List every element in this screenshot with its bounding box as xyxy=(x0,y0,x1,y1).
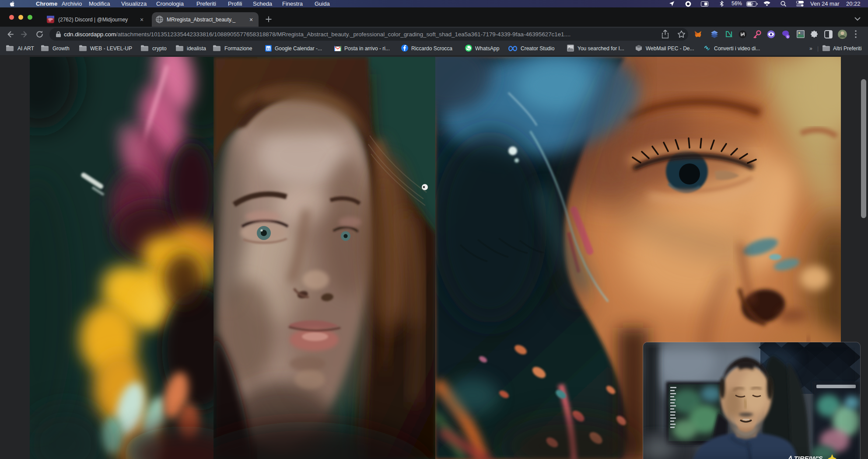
svg-text:ꓥ TIREIW'S: ꓥ TIREIW'S xyxy=(787,455,823,459)
svg-text:31: 31 xyxy=(266,47,270,51)
svg-text:5: 5 xyxy=(787,35,788,39)
